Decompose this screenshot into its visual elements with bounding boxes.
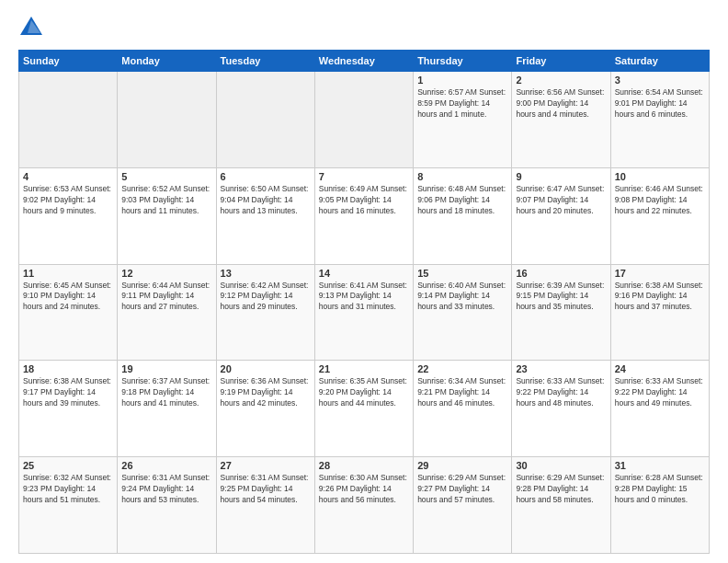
day-number: 21 — [319, 363, 409, 374]
day-number: 20 — [221, 363, 311, 374]
day-cell — [19, 72, 118, 168]
day-number: 26 — [121, 460, 211, 471]
day-cell: 12Sunrise: 6:44 AM Sunset: 9:11 PM Dayli… — [118, 264, 216, 361]
day-number: 11 — [23, 268, 113, 279]
day-cell: 16Sunrise: 6:39 AM Sunset: 9:15 PM Dayli… — [512, 264, 610, 361]
day-number: 31 — [615, 460, 705, 471]
day-number: 10 — [615, 171, 705, 182]
day-info: Sunrise: 6:44 AM Sunset: 9:11 PM Dayligh… — [121, 281, 211, 314]
day-cell: 8Sunrise: 6:48 AM Sunset: 9:06 PM Daylig… — [414, 167, 512, 264]
day-cell: 24Sunrise: 6:33 AM Sunset: 9:22 PM Dayli… — [610, 361, 709, 457]
day-cell — [314, 72, 413, 168]
day-number: 9 — [516, 171, 606, 182]
day-info: Sunrise: 6:53 AM Sunset: 9:02 PM Dayligh… — [23, 184, 113, 217]
day-header-thursday: Thursday — [414, 51, 512, 72]
day-info: Sunrise: 6:41 AM Sunset: 9:13 PM Dayligh… — [319, 281, 409, 314]
day-info: Sunrise: 6:45 AM Sunset: 9:10 PM Dayligh… — [23, 281, 113, 314]
day-info: Sunrise: 6:42 AM Sunset: 9:12 PM Dayligh… — [221, 281, 311, 314]
day-header-saturday: Saturday — [610, 51, 709, 72]
day-info: Sunrise: 6:31 AM Sunset: 9:25 PM Dayligh… — [221, 473, 311, 506]
header — [18, 15, 710, 40]
day-cell: 25Sunrise: 6:32 AM Sunset: 9:23 PM Dayli… — [19, 457, 118, 554]
day-info: Sunrise: 6:33 AM Sunset: 9:22 PM Dayligh… — [615, 376, 705, 409]
day-number: 30 — [516, 460, 606, 471]
day-cell: 30Sunrise: 6:29 AM Sunset: 9:28 PM Dayli… — [512, 457, 610, 554]
day-info: Sunrise: 6:48 AM Sunset: 9:06 PM Dayligh… — [417, 184, 507, 217]
week-row-2: 11Sunrise: 6:45 AM Sunset: 9:10 PM Dayli… — [19, 264, 710, 361]
day-cell: 17Sunrise: 6:38 AM Sunset: 9:16 PM Dayli… — [610, 264, 709, 361]
day-cell: 7Sunrise: 6:49 AM Sunset: 9:05 PM Daylig… — [314, 167, 413, 264]
day-number: 22 — [417, 363, 507, 374]
day-cell: 5Sunrise: 6:52 AM Sunset: 9:03 PM Daylig… — [118, 167, 216, 264]
day-info: Sunrise: 6:30 AM Sunset: 9:26 PM Dayligh… — [319, 473, 409, 506]
day-info: Sunrise: 6:35 AM Sunset: 9:20 PM Dayligh… — [319, 376, 409, 409]
day-info: Sunrise: 6:38 AM Sunset: 9:17 PM Dayligh… — [23, 376, 113, 409]
day-header-sunday: Sunday — [19, 51, 118, 72]
day-number: 5 — [121, 171, 211, 182]
week-row-1: 4Sunrise: 6:53 AM Sunset: 9:02 PM Daylig… — [19, 167, 710, 264]
day-info: Sunrise: 6:39 AM Sunset: 9:15 PM Dayligh… — [516, 281, 606, 314]
day-number: 1 — [417, 75, 507, 86]
week-row-4: 25Sunrise: 6:32 AM Sunset: 9:23 PM Dayli… — [19, 457, 710, 554]
day-info: Sunrise: 6:36 AM Sunset: 9:19 PM Dayligh… — [221, 376, 311, 409]
day-info: Sunrise: 6:33 AM Sunset: 9:22 PM Dayligh… — [516, 376, 606, 409]
day-cell: 22Sunrise: 6:34 AM Sunset: 9:21 PM Dayli… — [414, 361, 512, 457]
day-info: Sunrise: 6:50 AM Sunset: 9:04 PM Dayligh… — [221, 184, 311, 217]
logo-icon — [18, 15, 44, 40]
day-cell: 23Sunrise: 6:33 AM Sunset: 9:22 PM Dayli… — [512, 361, 610, 457]
day-number: 24 — [615, 363, 705, 374]
day-cell: 29Sunrise: 6:29 AM Sunset: 9:27 PM Dayli… — [414, 457, 512, 554]
day-number: 19 — [121, 363, 211, 374]
day-cell: 3Sunrise: 6:54 AM Sunset: 9:01 PM Daylig… — [610, 72, 709, 168]
day-info: Sunrise: 6:40 AM Sunset: 9:14 PM Dayligh… — [417, 281, 507, 314]
day-info: Sunrise: 6:37 AM Sunset: 9:18 PM Dayligh… — [121, 376, 211, 409]
day-cell: 31Sunrise: 6:28 AM Sunset: 9:28 PM Dayli… — [610, 457, 709, 554]
day-number: 12 — [121, 268, 211, 279]
day-info: Sunrise: 6:49 AM Sunset: 9:05 PM Dayligh… — [319, 184, 409, 217]
page: SundayMondayTuesdayWednesdayThursdayFrid… — [0, 0, 728, 563]
day-cell: 15Sunrise: 6:40 AM Sunset: 9:14 PM Dayli… — [414, 264, 512, 361]
day-info: Sunrise: 6:31 AM Sunset: 9:24 PM Dayligh… — [121, 473, 211, 506]
day-info: Sunrise: 6:29 AM Sunset: 9:27 PM Dayligh… — [417, 473, 507, 506]
day-info: Sunrise: 6:54 AM Sunset: 9:01 PM Dayligh… — [615, 87, 705, 121]
header-row: SundayMondayTuesdayWednesdayThursdayFrid… — [19, 51, 710, 72]
day-cell: 18Sunrise: 6:38 AM Sunset: 9:17 PM Dayli… — [19, 361, 118, 457]
logo — [18, 15, 48, 40]
day-number: 3 — [615, 75, 705, 86]
day-info: Sunrise: 6:34 AM Sunset: 9:21 PM Dayligh… — [417, 376, 507, 409]
day-number: 29 — [417, 460, 507, 471]
day-number: 17 — [615, 268, 705, 279]
day-info: Sunrise: 6:52 AM Sunset: 9:03 PM Dayligh… — [121, 184, 211, 217]
day-info: Sunrise: 6:56 AM Sunset: 9:00 PM Dayligh… — [516, 87, 606, 121]
day-cell: 9Sunrise: 6:47 AM Sunset: 9:07 PM Daylig… — [512, 167, 610, 264]
day-number: 16 — [516, 268, 606, 279]
day-cell: 14Sunrise: 6:41 AM Sunset: 9:13 PM Dayli… — [314, 264, 413, 361]
day-number: 25 — [23, 460, 113, 471]
day-header-monday: Monday — [118, 51, 216, 72]
day-info: Sunrise: 6:32 AM Sunset: 9:23 PM Dayligh… — [23, 473, 113, 506]
day-cell: 1Sunrise: 6:57 AM Sunset: 8:59 PM Daylig… — [414, 72, 512, 168]
day-number: 13 — [221, 268, 311, 279]
day-number: 18 — [23, 363, 113, 374]
day-info: Sunrise: 6:47 AM Sunset: 9:07 PM Dayligh… — [516, 184, 606, 217]
day-info: Sunrise: 6:57 AM Sunset: 8:59 PM Dayligh… — [417, 87, 507, 121]
day-number: 8 — [417, 171, 507, 182]
day-cell: 13Sunrise: 6:42 AM Sunset: 9:12 PM Dayli… — [216, 264, 314, 361]
day-cell: 6Sunrise: 6:50 AM Sunset: 9:04 PM Daylig… — [216, 167, 314, 264]
day-number: 15 — [417, 268, 507, 279]
day-cell — [118, 72, 216, 168]
week-row-3: 18Sunrise: 6:38 AM Sunset: 9:17 PM Dayli… — [19, 361, 710, 457]
day-info: Sunrise: 6:38 AM Sunset: 9:16 PM Dayligh… — [615, 281, 705, 314]
day-cell: 4Sunrise: 6:53 AM Sunset: 9:02 PM Daylig… — [19, 167, 118, 264]
day-cell: 28Sunrise: 6:30 AM Sunset: 9:26 PM Dayli… — [314, 457, 413, 554]
day-number: 14 — [319, 268, 409, 279]
day-cell: 26Sunrise: 6:31 AM Sunset: 9:24 PM Dayli… — [118, 457, 216, 554]
day-number: 2 — [516, 75, 606, 86]
day-info: Sunrise: 6:46 AM Sunset: 9:08 PM Dayligh… — [615, 184, 705, 217]
day-cell: 2Sunrise: 6:56 AM Sunset: 9:00 PM Daylig… — [512, 72, 610, 168]
day-number: 7 — [319, 171, 409, 182]
day-header-tuesday: Tuesday — [216, 51, 314, 72]
day-header-wednesday: Wednesday — [314, 51, 413, 72]
week-row-0: 1Sunrise: 6:57 AM Sunset: 8:59 PM Daylig… — [19, 72, 710, 168]
day-info: Sunrise: 6:28 AM Sunset: 9:28 PM Dayligh… — [615, 473, 705, 506]
